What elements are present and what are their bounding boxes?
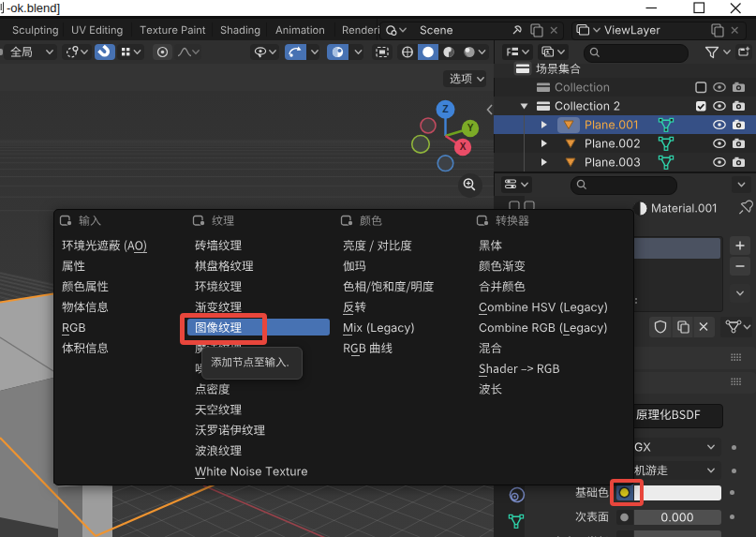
svg-text:Y: Y [467, 123, 474, 133]
svg-text:Z: Z [442, 103, 449, 114]
svg-text:X: X [460, 142, 467, 152]
